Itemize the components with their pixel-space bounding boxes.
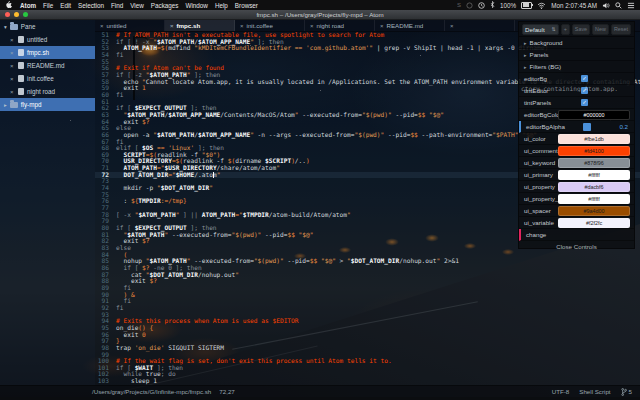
- code-text: open -a "$ATOM_PATH/$ATOM_APP_NAME" -n -…: [112, 132, 537, 139]
- menu-clock[interactable]: Mon 2:07:45 AM: [551, 2, 597, 9]
- file-path[interactable]: /Users/gray/Projects/G/Infinite-mpc/fmpc…: [92, 388, 211, 395]
- chevron-down-icon[interactable]: ▾: [4, 24, 7, 30]
- setting-label: ui_primary: [524, 171, 553, 178]
- close-tab-icon[interactable]: ×: [170, 23, 174, 29]
- chevron-right-icon[interactable]: ▸: [4, 102, 7, 108]
- code-line-103[interactable]: 103 sleep 1: [95, 378, 640, 385]
- close-item-icon[interactable]: ×: [10, 37, 15, 43]
- change-row[interactable]: change: [519, 229, 634, 241]
- menu-selection[interactable]: Selection: [78, 2, 104, 9]
- battery-icon[interactable]: [521, 2, 532, 9]
- tab-fmpc-sh[interactable]: ×fmpc.sh: [165, 20, 235, 31]
- preset-select[interactable]: Default ⇅: [522, 24, 559, 35]
- checkbox-editorbg[interactable]: ✓: [581, 75, 588, 82]
- code-line-87[interactable]: 87 cat "$DOT_ATOM_DIR/nohup.out": [95, 272, 640, 279]
- close-tab-icon[interactable]: ×: [100, 23, 104, 29]
- menu-browser[interactable]: Browser: [235, 2, 258, 9]
- tab-init-coffee[interactable]: ×init.coffee: [235, 20, 305, 31]
- close-tab-icon[interactable]: ×: [380, 23, 384, 29]
- time-machine-icon[interactable]: [478, 2, 485, 9]
- add-preset-button[interactable]: +: [561, 24, 570, 35]
- statusbar-app-icon-s[interactable]: S: [457, 2, 461, 8]
- git-branch-count: 5: [629, 388, 632, 395]
- sidebar-item-init-coffee[interactable]: ×init.coffee: [0, 72, 95, 85]
- wifi-icon[interactable]: [537, 2, 546, 9]
- tab-night-road[interactable]: ×night road: [305, 20, 375, 31]
- grammar-indicator[interactable]: Shell Script: [579, 388, 610, 395]
- notification-center-icon[interactable]: [627, 2, 635, 9]
- code-line-92[interactable]: 92fi: [95, 305, 640, 312]
- color-swatch-ui_property_two[interactable]: #ffffff: [558, 194, 630, 204]
- code-line-95[interactable]: 95on_die() {: [95, 325, 640, 332]
- atom-window-titlebar[interactable]: fmpc.sh – /Users/gray/Projects/fly-mpd –…: [0, 10, 640, 20]
- close-tab-icon[interactable]: ×: [240, 23, 244, 29]
- color-swatch-ui_variable[interactable]: #f2f2fc: [558, 218, 630, 228]
- code-line-102[interactable]: 102 while true; do: [95, 371, 640, 378]
- close-item-icon[interactable]: ×: [10, 50, 15, 56]
- encoding-indicator[interactable]: UTF-8: [552, 388, 570, 395]
- tab-untitled[interactable]: ×untitled: [95, 20, 165, 31]
- color-swatch-ui_keyword[interactable]: #878f96: [558, 158, 630, 168]
- git-status[interactable]: 5: [621, 388, 632, 396]
- menu-help[interactable]: Help: [215, 2, 228, 9]
- menu-window[interactable]: Window: [185, 2, 207, 9]
- panel-section-background[interactable]: ▸Background: [519, 37, 634, 49]
- tab-empty[interactable]: ×: [445, 20, 515, 31]
- color-swatch-ui_spacer[interactable]: #9a4d00: [558, 206, 630, 216]
- sidebar-item-fmpc-sh[interactable]: ×fmpc.sh: [0, 46, 95, 59]
- save-preset-button[interactable]: Save: [572, 24, 590, 35]
- checkbox-tinteditor[interactable]: ✓: [581, 87, 588, 94]
- menu-edit[interactable]: Edit: [60, 2, 71, 9]
- sidebar-item-untitled[interactable]: ×untitled: [0, 33, 95, 46]
- code-line-94[interactable]: 94# Exits this process when Atom is used…: [95, 318, 640, 325]
- close-item-icon[interactable]: ×: [10, 76, 15, 82]
- panel-section-filters-bg-[interactable]: ▸Filters (BG): [519, 61, 634, 73]
- setting-ui_property: ui_property#dacbf6: [519, 181, 634, 193]
- menu-view[interactable]: View: [130, 2, 144, 9]
- code-line-101[interactable]: 101if [ $WAIT ]; then: [95, 365, 640, 372]
- menu-file[interactable]: File: [43, 2, 53, 9]
- code-line-90[interactable]: 90 ) &: [95, 292, 640, 299]
- sidebar-item-README-md[interactable]: ×README.md: [0, 59, 95, 72]
- color-swatch-ui_primary[interactable]: #ffffff: [558, 170, 630, 180]
- cursor-position[interactable]: 72,27: [219, 388, 234, 395]
- apple-menu-icon[interactable]: [5, 1, 12, 9]
- menu-atom[interactable]: Atom: [20, 2, 36, 9]
- code-text: fi: [112, 92, 123, 99]
- folder-icon: [10, 24, 18, 30]
- color-swatch-ui_property[interactable]: #dacbf6: [558, 182, 630, 192]
- tree-folder-fly-mpd[interactable]: ▸ fly-mpd: [0, 98, 95, 111]
- code-line-91[interactable]: 91 fi: [95, 298, 640, 305]
- close-item-icon[interactable]: ×: [10, 89, 15, 95]
- close-tab-icon[interactable]: ×: [310, 23, 314, 29]
- section-label: Background: [530, 39, 563, 46]
- reset-preset-button[interactable]: Reset: [611, 24, 631, 35]
- checkbox-tintpanels[interactable]: ✓: [581, 99, 588, 106]
- menu-packages[interactable]: Packages: [151, 2, 179, 9]
- color-swatch-ui_comment[interactable]: #fd4100: [558, 146, 630, 156]
- editor-bg-color-swatch[interactable]: #000000: [558, 110, 630, 120]
- tab-label: fmpc.sh: [177, 22, 201, 29]
- color-swatch-ui_color[interactable]: #fbe1db: [558, 134, 630, 144]
- close-tab-icon[interactable]: ×: [450, 23, 454, 29]
- close-item-icon[interactable]: ×: [10, 63, 15, 69]
- menu-find[interactable]: Find: [111, 2, 123, 9]
- bluetooth-icon[interactable]: [490, 1, 495, 9]
- statusbar-app-icon-circle[interactable]: [466, 2, 473, 9]
- setting-label: tintPanels: [524, 99, 551, 106]
- code-line-98[interactable]: 98trap 'on_die' SIGQUIT SIGTERM: [95, 345, 640, 352]
- spotlight-search-icon[interactable]: [615, 2, 622, 9]
- code-line-89[interactable]: 89 fi: [95, 285, 640, 292]
- tab-README-md[interactable]: ×README.md: [375, 20, 445, 31]
- sidebar-item-night-road[interactable]: ×night road: [0, 85, 95, 98]
- alpha-slider-handle[interactable]: [583, 123, 591, 131]
- close-controls-button[interactable]: Close Controls: [519, 241, 634, 253]
- new-preset-button[interactable]: New: [592, 24, 609, 35]
- tree-root-row[interactable]: ▾ Pane: [0, 20, 95, 33]
- tree-view-sidebar[interactable]: ▾ Pane ×untitled×fmpc.sh×README.md×init.…: [0, 20, 95, 385]
- panel-section-panels[interactable]: ▸Panels: [519, 49, 634, 61]
- setting-tintpanels: tintPanels✓: [519, 97, 634, 109]
- code-line-88[interactable]: 88 exit $?: [95, 278, 640, 285]
- volume-icon[interactable]: [602, 2, 610, 9]
- code-line-96[interactable]: 96 exit 0: [95, 332, 640, 339]
